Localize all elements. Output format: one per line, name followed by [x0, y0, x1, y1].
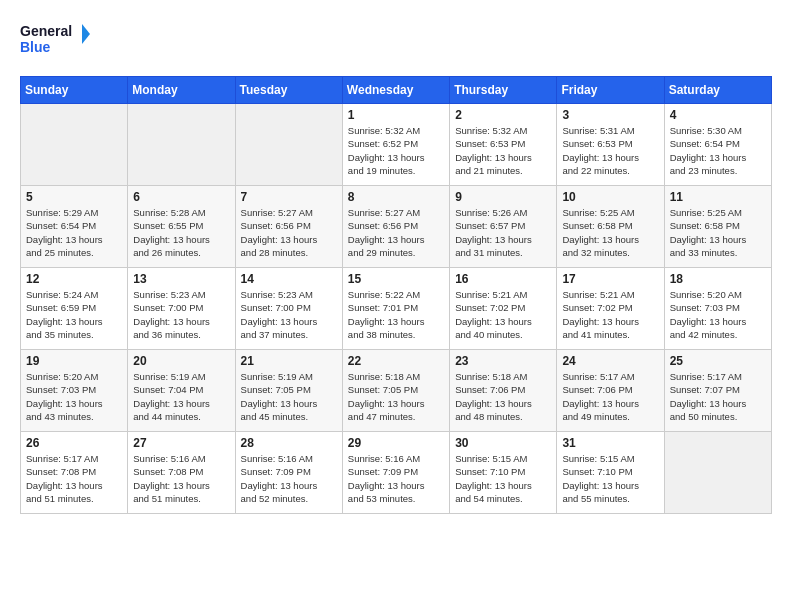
calendar-cell: 8Sunrise: 5:27 AM Sunset: 6:56 PM Daylig…	[342, 186, 449, 268]
day-info: Sunrise: 5:32 AM Sunset: 6:52 PM Dayligh…	[348, 124, 444, 177]
day-number: 22	[348, 354, 444, 368]
calendar-cell: 20Sunrise: 5:19 AM Sunset: 7:04 PM Dayli…	[128, 350, 235, 432]
calendar-cell: 29Sunrise: 5:16 AM Sunset: 7:09 PM Dayli…	[342, 432, 449, 514]
day-info: Sunrise: 5:25 AM Sunset: 6:58 PM Dayligh…	[562, 206, 658, 259]
day-number: 9	[455, 190, 551, 204]
calendar-week-row: 19Sunrise: 5:20 AM Sunset: 7:03 PM Dayli…	[21, 350, 772, 432]
day-info: Sunrise: 5:27 AM Sunset: 6:56 PM Dayligh…	[348, 206, 444, 259]
day-info: Sunrise: 5:19 AM Sunset: 7:05 PM Dayligh…	[241, 370, 337, 423]
day-info: Sunrise: 5:21 AM Sunset: 7:02 PM Dayligh…	[562, 288, 658, 341]
calendar-week-row: 1Sunrise: 5:32 AM Sunset: 6:52 PM Daylig…	[21, 104, 772, 186]
calendar-cell	[664, 432, 771, 514]
day-number: 1	[348, 108, 444, 122]
day-number: 29	[348, 436, 444, 450]
calendar-cell: 23Sunrise: 5:18 AM Sunset: 7:06 PM Dayli…	[450, 350, 557, 432]
day-info: Sunrise: 5:18 AM Sunset: 7:06 PM Dayligh…	[455, 370, 551, 423]
logo-icon: General Blue	[20, 20, 90, 60]
day-info: Sunrise: 5:24 AM Sunset: 6:59 PM Dayligh…	[26, 288, 122, 341]
svg-marker-2	[82, 24, 90, 44]
calendar-table: SundayMondayTuesdayWednesdayThursdayFrid…	[20, 76, 772, 514]
calendar-cell: 26Sunrise: 5:17 AM Sunset: 7:08 PM Dayli…	[21, 432, 128, 514]
day-number: 20	[133, 354, 229, 368]
day-info: Sunrise: 5:17 AM Sunset: 7:06 PM Dayligh…	[562, 370, 658, 423]
day-number: 8	[348, 190, 444, 204]
day-info: Sunrise: 5:16 AM Sunset: 7:08 PM Dayligh…	[133, 452, 229, 505]
day-info: Sunrise: 5:16 AM Sunset: 7:09 PM Dayligh…	[348, 452, 444, 505]
day-number: 11	[670, 190, 766, 204]
day-of-week-header: Saturday	[664, 77, 771, 104]
calendar-cell: 13Sunrise: 5:23 AM Sunset: 7:00 PM Dayli…	[128, 268, 235, 350]
day-number: 17	[562, 272, 658, 286]
day-of-week-header: Thursday	[450, 77, 557, 104]
calendar-cell: 21Sunrise: 5:19 AM Sunset: 7:05 PM Dayli…	[235, 350, 342, 432]
calendar-cell: 6Sunrise: 5:28 AM Sunset: 6:55 PM Daylig…	[128, 186, 235, 268]
day-number: 26	[26, 436, 122, 450]
svg-text:Blue: Blue	[20, 39, 51, 55]
day-number: 13	[133, 272, 229, 286]
calendar-cell: 18Sunrise: 5:20 AM Sunset: 7:03 PM Dayli…	[664, 268, 771, 350]
calendar-week-row: 26Sunrise: 5:17 AM Sunset: 7:08 PM Dayli…	[21, 432, 772, 514]
day-info: Sunrise: 5:27 AM Sunset: 6:56 PM Dayligh…	[241, 206, 337, 259]
day-number: 2	[455, 108, 551, 122]
calendar-cell: 15Sunrise: 5:22 AM Sunset: 7:01 PM Dayli…	[342, 268, 449, 350]
calendar-cell: 31Sunrise: 5:15 AM Sunset: 7:10 PM Dayli…	[557, 432, 664, 514]
day-number: 5	[26, 190, 122, 204]
calendar-cell: 25Sunrise: 5:17 AM Sunset: 7:07 PM Dayli…	[664, 350, 771, 432]
day-of-week-header: Wednesday	[342, 77, 449, 104]
calendar-cell	[128, 104, 235, 186]
day-number: 14	[241, 272, 337, 286]
day-info: Sunrise: 5:17 AM Sunset: 7:07 PM Dayligh…	[670, 370, 766, 423]
day-info: Sunrise: 5:25 AM Sunset: 6:58 PM Dayligh…	[670, 206, 766, 259]
calendar-cell: 22Sunrise: 5:18 AM Sunset: 7:05 PM Dayli…	[342, 350, 449, 432]
day-number: 27	[133, 436, 229, 450]
day-info: Sunrise: 5:29 AM Sunset: 6:54 PM Dayligh…	[26, 206, 122, 259]
day-number: 23	[455, 354, 551, 368]
day-info: Sunrise: 5:23 AM Sunset: 7:00 PM Dayligh…	[241, 288, 337, 341]
svg-text:General: General	[20, 23, 72, 39]
calendar-cell: 3Sunrise: 5:31 AM Sunset: 6:53 PM Daylig…	[557, 104, 664, 186]
calendar-cell: 2Sunrise: 5:32 AM Sunset: 6:53 PM Daylig…	[450, 104, 557, 186]
day-info: Sunrise: 5:20 AM Sunset: 7:03 PM Dayligh…	[670, 288, 766, 341]
calendar-cell: 30Sunrise: 5:15 AM Sunset: 7:10 PM Dayli…	[450, 432, 557, 514]
calendar-cell: 4Sunrise: 5:30 AM Sunset: 6:54 PM Daylig…	[664, 104, 771, 186]
day-number: 21	[241, 354, 337, 368]
calendar-header-row: SundayMondayTuesdayWednesdayThursdayFrid…	[21, 77, 772, 104]
day-info: Sunrise: 5:26 AM Sunset: 6:57 PM Dayligh…	[455, 206, 551, 259]
day-info: Sunrise: 5:23 AM Sunset: 7:00 PM Dayligh…	[133, 288, 229, 341]
day-number: 6	[133, 190, 229, 204]
calendar-week-row: 12Sunrise: 5:24 AM Sunset: 6:59 PM Dayli…	[21, 268, 772, 350]
calendar-cell	[21, 104, 128, 186]
day-number: 3	[562, 108, 658, 122]
day-of-week-header: Tuesday	[235, 77, 342, 104]
calendar-cell: 17Sunrise: 5:21 AM Sunset: 7:02 PM Dayli…	[557, 268, 664, 350]
day-info: Sunrise: 5:28 AM Sunset: 6:55 PM Dayligh…	[133, 206, 229, 259]
calendar-cell: 14Sunrise: 5:23 AM Sunset: 7:00 PM Dayli…	[235, 268, 342, 350]
day-info: Sunrise: 5:15 AM Sunset: 7:10 PM Dayligh…	[455, 452, 551, 505]
day-info: Sunrise: 5:16 AM Sunset: 7:09 PM Dayligh…	[241, 452, 337, 505]
calendar-cell: 9Sunrise: 5:26 AM Sunset: 6:57 PM Daylig…	[450, 186, 557, 268]
day-number: 25	[670, 354, 766, 368]
day-of-week-header: Friday	[557, 77, 664, 104]
day-number: 18	[670, 272, 766, 286]
calendar-cell: 10Sunrise: 5:25 AM Sunset: 6:58 PM Dayli…	[557, 186, 664, 268]
page-header: General Blue	[20, 20, 772, 60]
calendar-week-row: 5Sunrise: 5:29 AM Sunset: 6:54 PM Daylig…	[21, 186, 772, 268]
day-info: Sunrise: 5:31 AM Sunset: 6:53 PM Dayligh…	[562, 124, 658, 177]
day-number: 19	[26, 354, 122, 368]
day-number: 30	[455, 436, 551, 450]
calendar-cell: 1Sunrise: 5:32 AM Sunset: 6:52 PM Daylig…	[342, 104, 449, 186]
calendar-cell: 12Sunrise: 5:24 AM Sunset: 6:59 PM Dayli…	[21, 268, 128, 350]
day-info: Sunrise: 5:15 AM Sunset: 7:10 PM Dayligh…	[562, 452, 658, 505]
day-number: 10	[562, 190, 658, 204]
calendar-cell: 11Sunrise: 5:25 AM Sunset: 6:58 PM Dayli…	[664, 186, 771, 268]
day-info: Sunrise: 5:20 AM Sunset: 7:03 PM Dayligh…	[26, 370, 122, 423]
day-info: Sunrise: 5:22 AM Sunset: 7:01 PM Dayligh…	[348, 288, 444, 341]
day-number: 31	[562, 436, 658, 450]
calendar-cell: 28Sunrise: 5:16 AM Sunset: 7:09 PM Dayli…	[235, 432, 342, 514]
calendar-cell: 27Sunrise: 5:16 AM Sunset: 7:08 PM Dayli…	[128, 432, 235, 514]
day-number: 12	[26, 272, 122, 286]
calendar-cell: 7Sunrise: 5:27 AM Sunset: 6:56 PM Daylig…	[235, 186, 342, 268]
day-info: Sunrise: 5:18 AM Sunset: 7:05 PM Dayligh…	[348, 370, 444, 423]
day-of-week-header: Sunday	[21, 77, 128, 104]
calendar-cell: 24Sunrise: 5:17 AM Sunset: 7:06 PM Dayli…	[557, 350, 664, 432]
